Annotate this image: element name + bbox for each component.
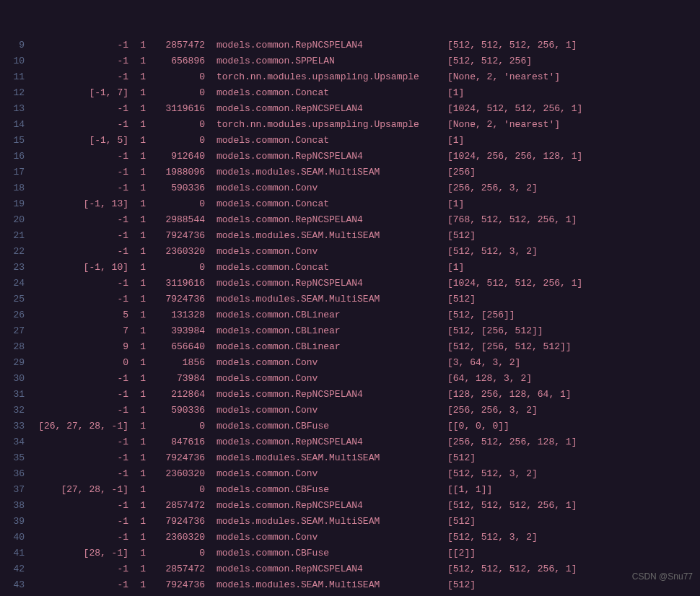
col-params: 1856 xyxy=(146,355,205,371)
col-from: -1 xyxy=(25,577,128,593)
row-number: 16 xyxy=(3,149,25,165)
row-number: 14 xyxy=(3,117,25,133)
col-n: 1 xyxy=(128,323,146,339)
col-from: -1 xyxy=(25,387,128,403)
layer-row: 43-117924736models.modules.SEAM.MultiSEA… xyxy=(3,577,697,593)
layer-row: 13-113119616models.common.RepNCSPELAN4[1… xyxy=(3,101,697,117)
col-args: [3, 64, 3, 2] xyxy=(421,355,681,371)
col-module: models.modules.SEAM.MultiSEAM xyxy=(205,165,421,180)
col-args: [256, 512, 256, 128, 1] xyxy=(421,434,681,450)
col-params: 7924736 xyxy=(146,228,205,244)
col-params: 7924736 xyxy=(146,514,205,530)
col-params: 3119616 xyxy=(146,276,205,292)
col-params: 847616 xyxy=(146,434,205,450)
col-module: models.common.Conv xyxy=(205,530,421,545)
col-from: 5 xyxy=(25,307,128,323)
col-args: [512, [256, 512]] xyxy=(421,323,681,339)
col-n: 1 xyxy=(128,276,146,292)
layer-row: 39-117924736models.modules.SEAM.MultiSEA… xyxy=(3,514,697,530)
col-from: [-1, 7] xyxy=(25,85,128,101)
col-n: 1 xyxy=(128,69,146,85)
layer-row: 11-110torch.nn.modules.upsampling.Upsamp… xyxy=(3,69,697,85)
row-number: 32 xyxy=(3,403,25,418)
col-params: 1988096 xyxy=(146,165,205,180)
col-args: [512] xyxy=(421,292,681,307)
col-n: 1 xyxy=(128,133,146,149)
col-params: 0 xyxy=(146,69,205,85)
col-params: 590336 xyxy=(146,180,205,196)
col-from: 9 xyxy=(25,339,128,355)
col-params: 912640 xyxy=(146,149,205,165)
col-n: 1 xyxy=(128,165,146,180)
col-module: models.common.Concat xyxy=(205,196,421,212)
col-module: models.common.RepNCSPELAN4 xyxy=(205,149,421,165)
col-from: -1 xyxy=(25,403,128,418)
layer-row: 20-112988544models.common.RepNCSPELAN4[7… xyxy=(3,212,697,228)
col-params: 590336 xyxy=(146,403,205,418)
col-n: 1 xyxy=(128,212,146,228)
col-n: 1 xyxy=(128,196,146,212)
col-module: models.common.Conv xyxy=(205,403,421,418)
col-args: [[0, 0, 0]] xyxy=(421,418,681,434)
col-from: -1 xyxy=(25,117,128,133)
layer-row: 40-112360320models.common.Conv[512, 512,… xyxy=(3,530,697,545)
col-params: 73984 xyxy=(146,371,205,387)
col-args: [[1, 1]] xyxy=(421,482,681,498)
col-n: 1 xyxy=(128,434,146,450)
col-args: [512, 512, 512, 256, 1] xyxy=(421,38,681,53)
col-args: [512, 512, 512, 256, 1] xyxy=(421,498,681,514)
col-args: [512] xyxy=(421,228,681,244)
col-params: 2857472 xyxy=(146,38,205,53)
col-from: -1 xyxy=(25,371,128,387)
row-number: 28 xyxy=(3,339,25,355)
col-n: 1 xyxy=(128,371,146,387)
col-args: [1] xyxy=(421,133,681,149)
col-n: 1 xyxy=(128,450,146,466)
col-params: 0 xyxy=(146,482,205,498)
col-from: [28, -1] xyxy=(25,545,128,561)
col-module: models.common.Concat xyxy=(205,85,421,101)
col-args: [512, 512, 3, 2] xyxy=(421,466,681,482)
col-from: -1 xyxy=(25,561,128,577)
col-from: [-1, 13] xyxy=(25,196,128,212)
col-n: 1 xyxy=(128,85,146,101)
col-from: [-1, 10] xyxy=(25,260,128,276)
col-params: 0 xyxy=(146,418,205,434)
col-from: -1 xyxy=(25,450,128,466)
col-args: [None, 2, 'nearest'] xyxy=(421,117,681,133)
row-number: 10 xyxy=(3,53,25,69)
col-from: -1 xyxy=(25,244,128,260)
col-module: models.common.Conv xyxy=(205,355,421,371)
layer-row: 10-11656896models.common.SPPELAN[512, 51… xyxy=(3,53,697,69)
col-args: [1024, 512, 512, 256, 1] xyxy=(421,276,681,292)
layer-row: 24-113119616models.common.RepNCSPELAN4[1… xyxy=(3,276,697,292)
col-args: [None, 2, 'nearest'] xyxy=(421,69,681,85)
row-number: 11 xyxy=(3,69,25,85)
col-module: models.common.RepNCSPELAN4 xyxy=(205,498,421,514)
col-module: torch.nn.modules.upsampling.Upsample xyxy=(205,117,421,133)
layer-row: 23[-1, 10]10models.common.Concat[1] xyxy=(3,260,697,276)
col-args: [1] xyxy=(421,85,681,101)
col-n: 1 xyxy=(128,403,146,418)
row-number: 20 xyxy=(3,212,25,228)
row-number: 15 xyxy=(3,133,25,149)
col-from: -1 xyxy=(25,101,128,117)
col-args: [128, 256, 128, 64, 1] xyxy=(421,387,681,403)
col-module: models.common.RepNCSPELAN4 xyxy=(205,38,421,53)
col-args: [512, [256]] xyxy=(421,307,681,323)
row-number: 38 xyxy=(3,498,25,514)
col-n: 1 xyxy=(128,545,146,561)
row-number: 19 xyxy=(3,196,25,212)
col-args: [1] xyxy=(421,196,681,212)
layer-row: 41[28, -1]10models.common.CBFuse[[2]] xyxy=(3,545,697,561)
col-from: -1 xyxy=(25,466,128,482)
col-module: models.modules.SEAM.MultiSEAM xyxy=(205,577,421,593)
col-params: 7924736 xyxy=(146,577,205,593)
col-params: 0 xyxy=(146,545,205,561)
col-n: 1 xyxy=(128,53,146,69)
col-n: 1 xyxy=(128,482,146,498)
col-module: models.common.RepNCSPELAN4 xyxy=(205,434,421,450)
col-from: -1 xyxy=(25,180,128,196)
row-number: 12 xyxy=(3,85,25,101)
row-number: 25 xyxy=(3,292,25,307)
